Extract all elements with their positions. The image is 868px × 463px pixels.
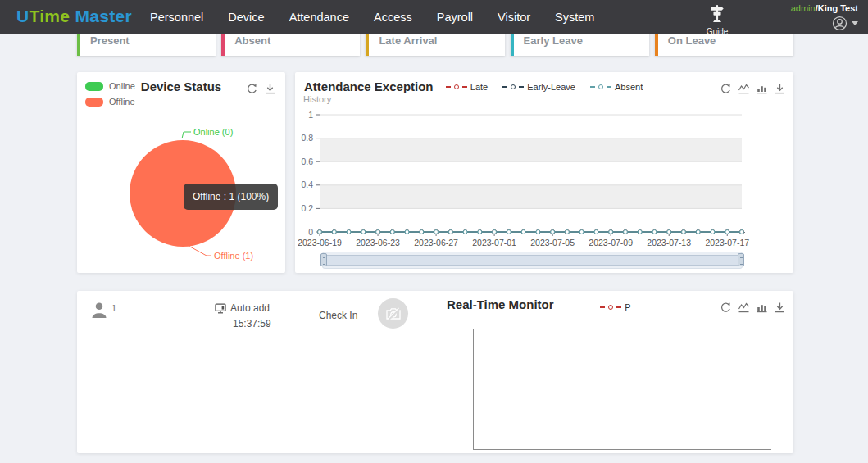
- offline-callout-line: [189, 246, 211, 256]
- svg-text:2023-06-19: 2023-06-19: [298, 238, 342, 247]
- legend-label: Late: [470, 82, 488, 92]
- legend-line-marker: [502, 86, 507, 88]
- device-legend-item[interactable]: Online: [85, 81, 135, 91]
- legend-label: Absent: [615, 82, 643, 92]
- camera-off-icon: [385, 306, 402, 320]
- refresh-icon[interactable]: [720, 83, 732, 95]
- nav-item[interactable]: Attendance: [289, 11, 349, 24]
- realtime-record-row[interactable]: 1 Auto add 15:37:59 Check In: [77, 297, 438, 332]
- download-icon[interactable]: [774, 302, 786, 314]
- user-account: /King Test: [816, 3, 858, 13]
- user-menu-caret-icon[interactable]: [852, 21, 858, 25]
- offline-callout-label: Offline (1): [214, 251, 253, 261]
- line-chart-icon[interactable]: [738, 302, 750, 314]
- nav-item[interactable]: Device: [228, 11, 264, 24]
- legend-line-marker: [616, 306, 621, 308]
- realtime-monitor-panel: 1 Auto add 15:37:59 Check In Real-Time M…: [77, 291, 793, 453]
- record-index: 1: [111, 303, 116, 313]
- logo-part-time: Time: [29, 7, 70, 25]
- legend-label: Early-Leave: [527, 82, 575, 92]
- record-mode: Auto add: [215, 302, 270, 314]
- legend-line-marker: [446, 86, 451, 88]
- nav-item[interactable]: Visitor: [498, 11, 530, 24]
- svg-text:0: 0: [308, 227, 313, 237]
- datazoom-selected-range[interactable]: [327, 255, 738, 266]
- guide-button[interactable]: Guide: [698, 3, 736, 36]
- guide-signpost-icon: [709, 3, 725, 23]
- legend-line-marker: [590, 86, 595, 88]
- nav-item[interactable]: Access: [374, 11, 412, 24]
- chart-legend-item[interactable]: Absent: [590, 82, 643, 92]
- y-axis-name: History: [303, 94, 331, 104]
- download-icon[interactable]: [774, 83, 786, 95]
- bar-chart-icon[interactable]: [756, 83, 768, 95]
- user-name: admin/King Test: [791, 3, 858, 13]
- user-avatar-icon[interactable]: [832, 16, 848, 31]
- bar-chart-icon[interactable]: [756, 302, 768, 314]
- svg-text:2023-07-01: 2023-07-01: [472, 238, 516, 247]
- legend-circle-marker: [511, 84, 516, 89]
- user-block: admin/King Test: [791, 3, 858, 31]
- logo-part-u: U: [16, 7, 29, 25]
- svg-text:2023-07-09: 2023-07-09: [589, 238, 633, 247]
- pie-tooltip: Offline : 1 (100%): [184, 184, 278, 210]
- chart-legend-item[interactable]: Late: [446, 82, 488, 92]
- nav-item[interactable]: Payroll: [437, 11, 473, 24]
- legend-line-marker: [600, 306, 605, 308]
- nav-item[interactable]: Personnel: [150, 11, 203, 24]
- realtime-toolbox: [720, 302, 786, 314]
- datazoom-handle-left[interactable]: [320, 253, 327, 266]
- legend-swatch: [85, 82, 103, 91]
- svg-text:2023-06-27: 2023-06-27: [414, 238, 458, 247]
- top-navbar: UTime Master Personnel Device Attendance…: [0, 0, 868, 34]
- page: { "colors": { "page_bg": "#eff1f5", "nav…: [0, 0, 868, 463]
- attendance-line-chart: 00.20.40.60.812023-06-192023-06-232023-0…: [295, 108, 793, 247]
- svg-text:0.8: 0.8: [301, 133, 313, 143]
- datazoom-track[interactable]: [322, 252, 743, 269]
- user-role: admin: [791, 3, 816, 13]
- attendance-legend: Late Early-Leave Absent: [295, 82, 793, 92]
- legend-swatch: [85, 98, 103, 107]
- svg-text:1: 1: [308, 110, 313, 120]
- legend-circle-marker: [454, 84, 459, 89]
- svg-text:2023-07-13: 2023-07-13: [647, 238, 691, 247]
- legend-line-marker: [462, 86, 467, 88]
- svg-text:2023-07-05: 2023-07-05: [530, 238, 575, 247]
- app-logo[interactable]: UTime Master: [16, 7, 132, 26]
- refresh-icon[interactable]: [720, 302, 732, 314]
- svg-text:0.6: 0.6: [301, 157, 313, 166]
- legend-label: P: [625, 302, 630, 312]
- guide-label: Guide: [698, 27, 736, 36]
- logo-part-master: Master: [70, 7, 132, 25]
- svg-text:2023-06-23: 2023-06-23: [356, 238, 400, 247]
- device-status-legend: Online Offline: [85, 81, 135, 112]
- person-icon: [90, 301, 108, 320]
- chart-legend-item[interactable]: P: [600, 302, 630, 312]
- svg-text:0.4: 0.4: [301, 179, 313, 189]
- attendance-toolbox: [720, 83, 786, 95]
- datazoom-handle-right[interactable]: [738, 253, 744, 266]
- record-mode-label: Auto add: [230, 302, 270, 314]
- legend-circle-marker: [598, 84, 603, 89]
- record-photo-placeholder: [378, 298, 408, 329]
- record-time: 15:37:59: [233, 318, 271, 329]
- online-callout-label: Online (0): [193, 127, 233, 137]
- datazoom-slider[interactable]: [322, 252, 743, 269]
- svg-text:0.2: 0.2: [301, 203, 313, 213]
- device-legend-item[interactable]: Offline: [85, 97, 135, 107]
- realtime-empty-chart: [473, 329, 773, 451]
- record-event: Check In: [319, 310, 357, 321]
- main-menu: Personnel Device Attendance Access Payro…: [150, 0, 594, 34]
- legend-line-marker: [607, 86, 611, 88]
- attendance-exception-panel: Attendance Exception Late Early-Leave A: [295, 72, 793, 273]
- chart-legend-item[interactable]: Early-Leave: [502, 82, 575, 92]
- legend-label: Online: [109, 81, 135, 91]
- online-callout-line: [182, 132, 191, 138]
- device-icon: [215, 303, 226, 314]
- legend-label: Offline: [109, 97, 135, 107]
- legend-circle-marker: [608, 305, 613, 310]
- legend-line-marker: [519, 86, 524, 88]
- line-chart-icon[interactable]: [738, 83, 750, 95]
- nav-item[interactable]: System: [555, 11, 594, 24]
- svg-text:2023-07-17: 2023-07-17: [705, 238, 749, 247]
